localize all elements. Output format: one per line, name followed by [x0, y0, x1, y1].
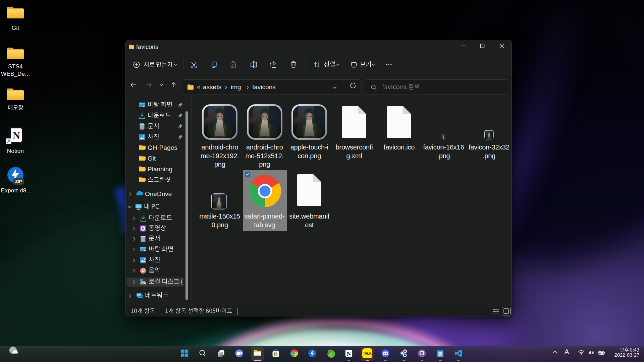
svg-text:N: N	[347, 351, 351, 357]
svg-text:ZIP: ZIP	[15, 179, 22, 184]
svg-text:TALK: TALK	[363, 352, 372, 355]
svg-text:N: N	[13, 130, 20, 141]
